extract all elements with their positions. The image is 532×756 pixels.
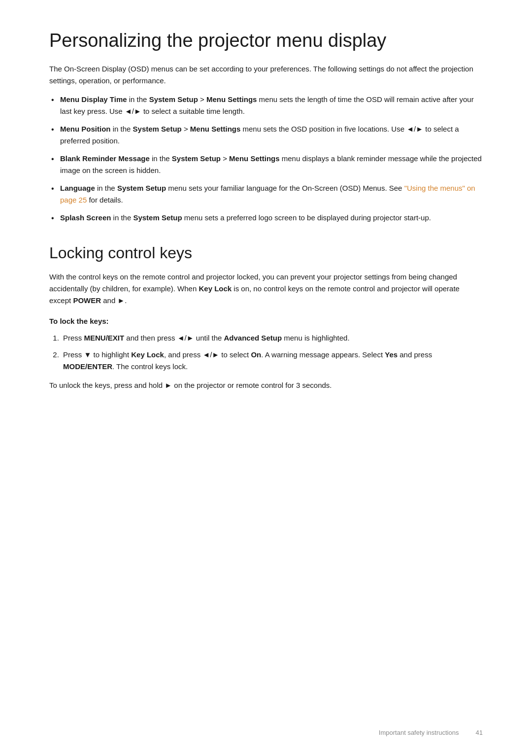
- bold-term: System Setup: [172, 154, 221, 163]
- page-title: Personalizing the projector menu display: [49, 30, 483, 52]
- bold-term: System Setup: [133, 213, 182, 222]
- bold-term: Menu Settings: [206, 95, 257, 103]
- list-item: Blank Reminder Message in the System Set…: [49, 153, 483, 176]
- bold-power: POWER: [73, 296, 101, 305]
- to-lock-heading: To lock the keys:: [49, 315, 483, 327]
- feature-list: Menu Display Time in the System Setup > …: [49, 94, 483, 224]
- list-item: Menu Position in the System Setup > Menu…: [49, 123, 483, 147]
- bold-advanced-setup: Advanced Setup: [224, 334, 282, 342]
- bold-term: System Setup: [149, 95, 198, 103]
- bold-yes: Yes: [385, 350, 398, 359]
- intro-paragraph: The On-Screen Display (OSD) menus can be…: [49, 63, 483, 87]
- bold-term: System Setup: [117, 184, 166, 192]
- step-2: Press ▼ to highlight Key Lock, and press…: [61, 349, 483, 373]
- bold-mode-enter: MODE/ENTER: [63, 362, 112, 371]
- bold-term: Splash Screen: [60, 213, 111, 222]
- footer-label: Important safety instructions: [379, 729, 459, 736]
- bold-term: Menu Display Time: [60, 95, 127, 103]
- footer-separator: [465, 729, 470, 736]
- bold-on: On: [251, 350, 261, 359]
- list-item: Splash Screen in the System Setup menu s…: [49, 212, 483, 224]
- bold-term: System Setup: [133, 125, 182, 133]
- footer-page-number: 41: [476, 729, 483, 736]
- section2-title: Locking control keys: [49, 243, 483, 262]
- list-item: Language in the System Setup menu sets y…: [49, 182, 483, 206]
- bold-term: Menu Position: [60, 125, 111, 133]
- bold-term: Language: [60, 184, 95, 192]
- bold-term: Blank Reminder Message: [60, 154, 150, 163]
- bold-key-lock: Key Lock: [199, 284, 232, 293]
- section2-intro: With the control keys on the remote cont…: [49, 271, 483, 307]
- bold-key-lock-step: Key Lock: [131, 350, 164, 359]
- unlock-text: To unlock the keys, press and hold ► on …: [49, 379, 483, 391]
- bold-term: Menu Settings: [229, 154, 280, 163]
- bold-term: Menu Settings: [190, 125, 241, 133]
- list-item: Menu Display Time in the System Setup > …: [49, 94, 483, 117]
- page-footer: Important safety instructions 41: [379, 729, 483, 736]
- bold-menu-exit: MENU/EXIT: [84, 334, 125, 342]
- step-1: Press MENU/EXIT and then press ◄/► until…: [61, 332, 483, 344]
- page-content: Personalizing the projector menu display…: [0, 0, 532, 438]
- steps-list: Press MENU/EXIT and then press ◄/► until…: [49, 332, 483, 373]
